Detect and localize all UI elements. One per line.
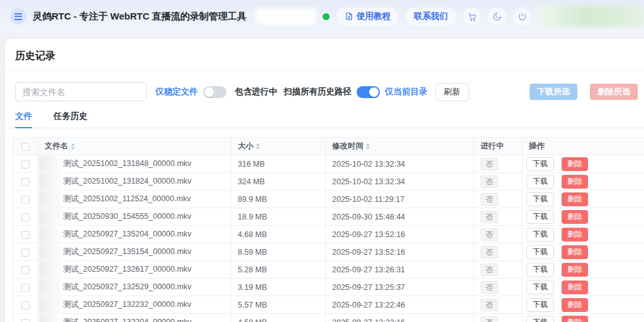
stable-only-toggle[interactable] bbox=[203, 86, 226, 98]
modified-time: 2025-10-02 13:32:34 bbox=[326, 173, 474, 191]
file-size: 4.50 MB bbox=[231, 314, 326, 322]
sort-icon[interactable] bbox=[256, 143, 260, 150]
delete-button[interactable]: 删除 bbox=[562, 316, 588, 322]
table-row: 测试_20250927_135204_00000.mkv 4.68 MB 202… bbox=[13, 226, 644, 243]
status-dot-icon bbox=[323, 13, 330, 20]
file-name: 测试_20250927_135154_00000.mkv bbox=[63, 247, 191, 257]
tab-files[interactable]: 文件 bbox=[15, 111, 32, 128]
redacted-name-prefix bbox=[38, 279, 62, 296]
power-button[interactable] bbox=[513, 8, 531, 26]
in-progress-badge: 否 bbox=[480, 228, 498, 241]
redacted-name-prefix bbox=[38, 208, 62, 225]
file-size: 324 MB bbox=[231, 173, 326, 191]
table-header-row: 文件名 大小 修改时间 进行中 操作 bbox=[13, 138, 644, 155]
in-progress-badge: 否 bbox=[480, 175, 498, 188]
cart-button[interactable] bbox=[463, 8, 481, 26]
stable-only-label: 仅稳定文件 bbox=[155, 86, 198, 97]
redacted-name-prefix bbox=[38, 314, 62, 322]
redacted-name-prefix bbox=[38, 243, 62, 260]
row-checkbox[interactable] bbox=[21, 319, 30, 322]
table-row: 测试_20250927_132204_00000.mkv 4.50 MB 202… bbox=[13, 314, 644, 322]
row-checkbox[interactable] bbox=[21, 284, 30, 292]
table-row: 测试_20251002_131848_00000.mkv 316 MB 2025… bbox=[13, 155, 644, 173]
tutorial-button[interactable]: 使用教程 bbox=[336, 8, 399, 26]
download-selected-button[interactable]: 下载所选 bbox=[530, 84, 577, 100]
delete-button[interactable]: 删除 bbox=[562, 298, 588, 312]
include-in-progress-label: 包含进行中 bbox=[235, 86, 278, 97]
modified-time: 2025-09-30 15:46:44 bbox=[326, 208, 474, 226]
row-checkbox[interactable] bbox=[21, 160, 30, 169]
redacted-name-prefix bbox=[38, 296, 62, 313]
col-header-filename[interactable]: 文件名 bbox=[38, 138, 231, 155]
sort-icon[interactable] bbox=[366, 143, 370, 150]
redacted-name-prefix bbox=[38, 191, 62, 208]
history-panel: 历史记录 仅稳定文件 包含进行中 扫描所有历史路径 仅当前目录 刷新 下载所选 … bbox=[5, 39, 644, 322]
delete-button[interactable]: 删除 bbox=[562, 157, 588, 171]
delete-button[interactable]: 删除 bbox=[562, 263, 588, 277]
contact-button[interactable]: 联系我们 bbox=[406, 8, 456, 26]
row-checkbox[interactable] bbox=[21, 248, 30, 257]
modified-time: 2025-10-02 11:29:17 bbox=[326, 191, 474, 208]
power-icon bbox=[518, 12, 527, 21]
delete-button[interactable]: 删除 bbox=[562, 210, 588, 224]
table-row: 测试_20251002_131824_00000.mkv 324 MB 2025… bbox=[13, 173, 644, 191]
files-table-wrap: 文件名 大小 修改时间 进行中 操作 测试_20251002_131848_00… bbox=[13, 137, 644, 322]
file-name: 测试_20250927_132617_00000.mkv bbox=[63, 264, 191, 275]
row-checkbox[interactable] bbox=[21, 196, 30, 204]
in-progress-badge: 否 bbox=[480, 281, 498, 294]
app-header: 灵鸽RTC - 专注于 WebRTC 直播流的录制管理工具 使用教程 联系我们 bbox=[0, 0, 644, 33]
delete-button[interactable]: 删除 bbox=[562, 245, 588, 259]
download-button[interactable]: 下载 bbox=[526, 280, 554, 294]
file-size: 5.28 MB bbox=[231, 261, 326, 279]
col-header-actions: 操作 bbox=[523, 138, 644, 155]
download-button[interactable]: 下载 bbox=[526, 157, 554, 171]
download-button[interactable]: 下载 bbox=[526, 316, 554, 322]
redacted-name-prefix bbox=[38, 261, 62, 278]
row-checkbox[interactable] bbox=[21, 178, 30, 186]
modified-time: 2025-09-27 13:52:16 bbox=[326, 243, 474, 261]
menu-icon[interactable] bbox=[10, 8, 26, 25]
search-input[interactable] bbox=[15, 82, 147, 101]
delete-button[interactable]: 删除 bbox=[562, 280, 588, 294]
modified-time: 2025-09-27 13:26:31 bbox=[326, 261, 474, 279]
in-progress-badge: 否 bbox=[480, 264, 498, 276]
download-button[interactable]: 下载 bbox=[526, 228, 554, 242]
row-checkbox[interactable] bbox=[21, 266, 30, 274]
in-progress-badge: 否 bbox=[480, 193, 498, 206]
table-row: 测试_20251002_112524_00000.mkv 89.9 MB 202… bbox=[13, 191, 644, 208]
dark-mode-button[interactable] bbox=[488, 8, 506, 26]
tab-task-history[interactable]: 任务历史 bbox=[53, 111, 87, 128]
download-button[interactable]: 下载 bbox=[526, 192, 554, 206]
table-row: 测试_20250927_132617_00000.mkv 5.28 MB 202… bbox=[13, 261, 644, 279]
select-all-checkbox[interactable] bbox=[21, 143, 30, 151]
row-checkbox[interactable] bbox=[21, 231, 30, 239]
current-dir-toggle[interactable] bbox=[357, 86, 380, 98]
in-progress-badge: 否 bbox=[480, 316, 498, 322]
file-name: 测试_20250927_132204_00000.mkv bbox=[63, 317, 191, 322]
current-dir-label: 仅当前目录 bbox=[385, 86, 428, 97]
download-button[interactable]: 下载 bbox=[526, 175, 554, 189]
redacted-title-suffix bbox=[255, 8, 316, 25]
table-row: 测试_20250927_132529_00000.mkv 3.19 MB 202… bbox=[13, 279, 644, 296]
delete-button[interactable]: 删除 bbox=[562, 228, 588, 242]
file-name: 测试_20250927_132529_00000.mkv bbox=[63, 282, 191, 292]
row-checkbox[interactable] bbox=[21, 213, 30, 221]
file-size: 18.9 MB bbox=[231, 208, 326, 226]
download-button[interactable]: 下载 bbox=[526, 210, 554, 224]
refresh-button[interactable]: 刷新 bbox=[435, 83, 469, 101]
delete-button[interactable]: 删除 bbox=[562, 192, 588, 206]
sort-icon[interactable] bbox=[71, 143, 75, 150]
contact-label: 联系我们 bbox=[414, 11, 448, 22]
delete-selected-button[interactable]: 删除所选 bbox=[590, 84, 638, 100]
delete-button[interactable]: 删除 bbox=[562, 175, 588, 189]
download-button[interactable]: 下载 bbox=[526, 245, 554, 259]
row-checkbox[interactable] bbox=[21, 301, 30, 309]
download-button[interactable]: 下载 bbox=[526, 263, 554, 277]
file-size: 3.19 MB bbox=[231, 279, 326, 296]
table-row: 测试_20250930_154555_00000.mkv 18.9 MB 202… bbox=[13, 208, 644, 226]
file-name: 测试_20251002_112524_00000.mkv bbox=[63, 194, 191, 204]
col-header-size[interactable]: 大小 bbox=[231, 138, 326, 155]
col-header-modified[interactable]: 修改时间 bbox=[326, 138, 474, 155]
table-row: 测试_20250927_135154_00000.mkv 8.59 MB 202… bbox=[13, 243, 644, 261]
download-button[interactable]: 下载 bbox=[526, 298, 554, 312]
